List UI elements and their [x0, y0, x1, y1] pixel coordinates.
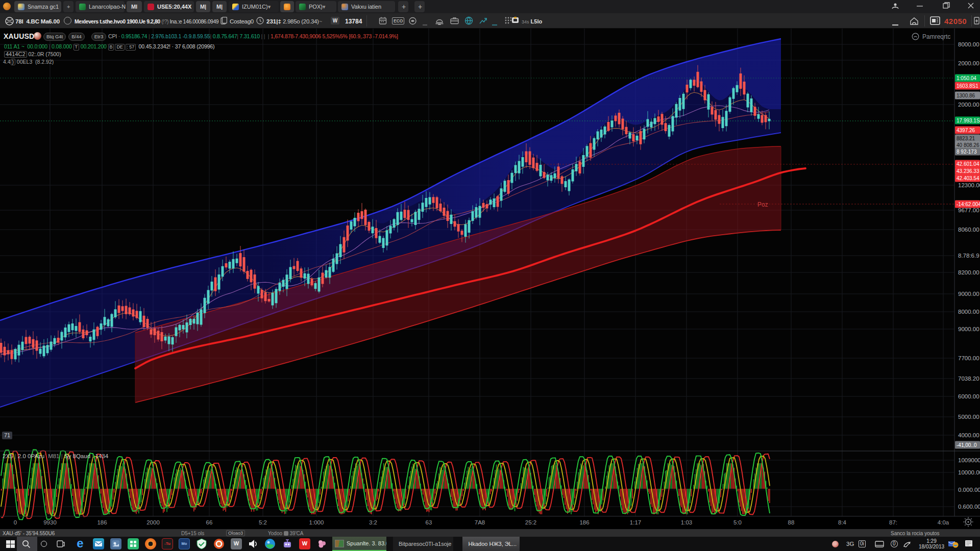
svg-text:12300.00: 12300.00: [958, 182, 980, 188]
svg-text:4:0a: 4:0a: [938, 519, 949, 525]
svg-text:1:03: 1:03: [681, 519, 692, 525]
svg-text:0: 0: [14, 519, 17, 525]
svg-text:0.000.00: 0.000.00: [958, 487, 980, 493]
svg-text:2000.00: 2000.00: [958, 60, 979, 66]
svg-text:5000.00: 5000.00: [958, 414, 979, 420]
svg-text:8060.00: 8060.00: [958, 227, 979, 233]
svg-text:5:0: 5:0: [733, 519, 742, 525]
svg-text:4000.00: 4000.00: [958, 432, 979, 438]
svg-text:-14:62.0045: -14:62.0045: [957, 202, 980, 207]
svg-text:63: 63: [426, 519, 432, 525]
svg-text:186: 186: [579, 519, 589, 525]
svg-text:186: 186: [97, 519, 107, 525]
svg-text:8000.00: 8000.00: [958, 41, 979, 47]
svg-text:25:2: 25:2: [525, 519, 536, 525]
svg-text:1009000: 1009000: [958, 457, 980, 463]
svg-text:1:000: 1:000: [309, 519, 324, 525]
svg-text:7A8: 7A8: [475, 519, 485, 525]
svg-text:1:050.04: 1:050.04: [957, 76, 976, 81]
svg-text:10000.00: 10000.00: [958, 469, 980, 475]
svg-text:9000.00: 9000.00: [958, 326, 979, 332]
svg-text:5:2: 5:2: [259, 519, 267, 525]
svg-text:4397.26: 4397.26: [957, 128, 975, 133]
svg-text:-41,00..0: -41,00..0: [957, 442, 977, 448]
svg-text:2000.00: 2000.00: [958, 102, 979, 108]
svg-text:8000.00: 8000.00: [958, 309, 979, 315]
svg-text:43.236.33: 43.236.33: [957, 168, 979, 174]
svg-text:66: 66: [206, 519, 213, 525]
svg-text:8823.21: 8823.21: [957, 136, 975, 141]
svg-text:6000.00: 6000.00: [958, 393, 979, 399]
svg-text:42.601.04: 42.601.04: [957, 161, 979, 167]
svg-text:17.993.1S: 17.993.1S: [957, 118, 980, 123]
svg-text:8 92-173: 8 92-173: [957, 149, 977, 155]
svg-text:1:17: 1:17: [630, 519, 641, 525]
svg-text:9000.00: 9000.00: [958, 291, 979, 297]
svg-text:9930: 9930: [43, 519, 57, 525]
svg-text:40 808.26: 40 808.26: [957, 142, 979, 148]
svg-text:2000: 2000: [146, 519, 160, 525]
svg-text:1603.8S1: 1603.8S1: [957, 83, 978, 89]
svg-text:7038.20: 7038.20: [958, 375, 979, 382]
svg-text:42.403.54: 42.403.54: [957, 176, 979, 181]
svg-text:0.600.00: 0.600.00: [958, 504, 980, 510]
svg-text:8200.00: 8200.00: [958, 269, 979, 276]
svg-text:8.78:6.9: 8.78:6.9: [958, 253, 979, 259]
svg-text:7700.00: 7700.00: [958, 355, 979, 361]
svg-text:88: 88: [788, 519, 795, 525]
svg-text:8:4: 8:4: [838, 519, 847, 525]
svg-text:9677.00: 9677.00: [958, 207, 979, 213]
svg-text:87:: 87:: [889, 519, 897, 525]
svg-text:3:2: 3:2: [369, 519, 377, 525]
svg-text:1300.86: 1300.86: [957, 93, 975, 98]
